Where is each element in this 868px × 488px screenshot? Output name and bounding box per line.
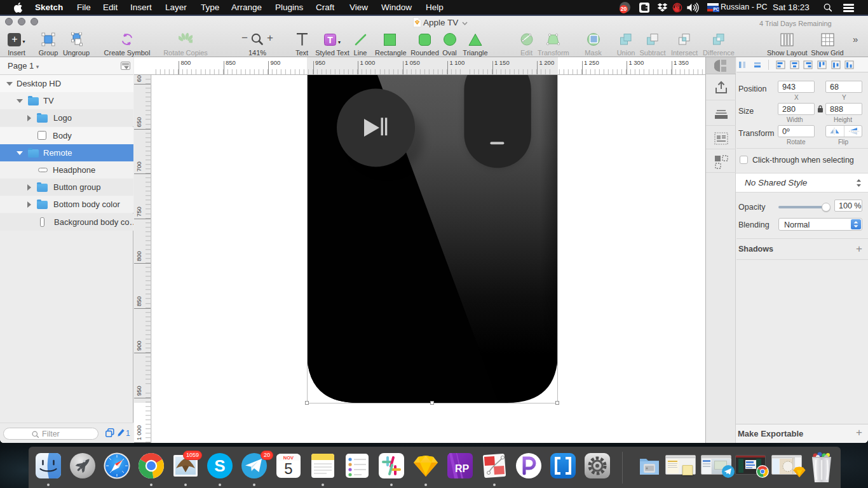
svg-text:RP: RP — [455, 463, 470, 474]
svg-text:5: 5 — [284, 460, 292, 477]
svg-text:S: S — [214, 456, 225, 475]
